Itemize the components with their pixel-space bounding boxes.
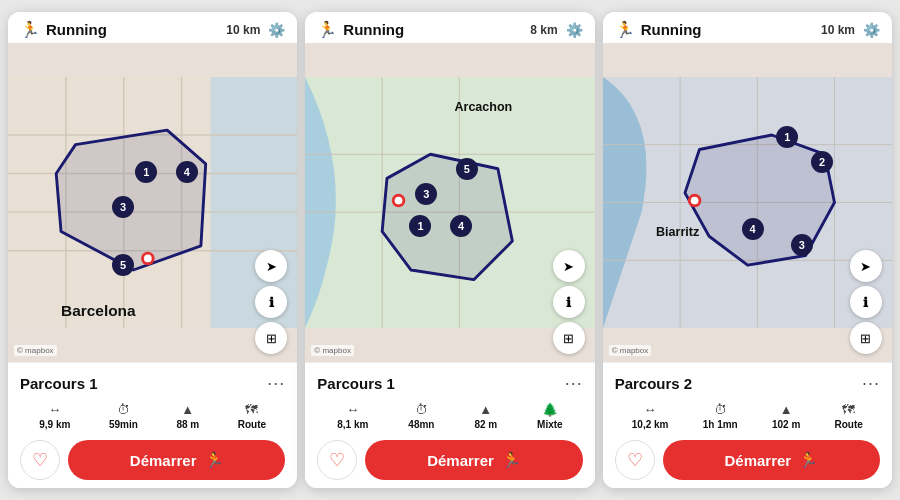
- stat-item-0: ↔ 8,1 km: [337, 402, 368, 430]
- stat-item-1: ⏱ 48mn: [408, 402, 434, 430]
- start-label: Démarrer: [427, 452, 494, 469]
- stat-item-2: ▲ 88 m: [176, 402, 199, 430]
- course-header: Parcours 1 ···: [317, 373, 582, 394]
- route-marker-4: 4: [176, 161, 198, 183]
- layers-icon: ⊞: [563, 331, 574, 346]
- stat-icon-0: ↔: [48, 402, 61, 417]
- stat-icon-3: 🗺: [245, 402, 258, 417]
- filter-icon[interactable]: ⚙️: [863, 22, 880, 38]
- action-row: ♡ Démarrer 🏃: [20, 440, 285, 480]
- layers-icon: ⊞: [266, 331, 277, 346]
- phone-card-3: 🏃 Running 10 km ⚙️ Biarritz: [603, 12, 892, 488]
- stat-item-1: ⏱ 1h 1mn: [703, 402, 738, 430]
- stat-item-2: ▲ 102 m: [772, 402, 800, 430]
- favorite-button[interactable]: ♡: [615, 440, 655, 480]
- navigate-button[interactable]: ➤: [553, 250, 585, 282]
- info-button[interactable]: ℹ: [850, 286, 882, 318]
- stat-item-1: ⏱ 59min: [109, 402, 138, 430]
- stat-icon-2: ▲: [181, 402, 194, 417]
- navigate-icon: ➤: [563, 259, 574, 274]
- stat-icon-3: 🌲: [542, 402, 558, 417]
- app-header: 🏃 Running 10 km ⚙️: [8, 12, 297, 43]
- svg-text:Arcachon: Arcachon: [455, 100, 513, 114]
- course-header: Parcours 2 ···: [615, 373, 880, 394]
- bottom-panel: Parcours 1 ··· ↔ 9,9 km ⏱ 59min ▲: [8, 362, 297, 488]
- info-icon: ℹ: [269, 295, 274, 310]
- stat-value-0: 10,2 km: [632, 419, 669, 430]
- start-runner-icon: 🏃: [799, 451, 818, 469]
- favorite-button[interactable]: ♡: [317, 440, 357, 480]
- info-icon: ℹ: [863, 295, 868, 310]
- app-header: 🏃 Running 8 km ⚙️: [305, 12, 594, 43]
- filter-icon[interactable]: ⚙️: [268, 22, 285, 38]
- stat-item-3: 🌲 Mixte: [537, 402, 563, 430]
- course-name: Parcours 1: [317, 375, 395, 392]
- stat-item-0: ↔ 10,2 km: [632, 402, 669, 430]
- stat-value-0: 8,1 km: [337, 419, 368, 430]
- stat-item-3: 🗺 Route: [835, 402, 863, 430]
- stat-icon-1: ⏱: [714, 402, 727, 417]
- action-row: ♡ Démarrer 🏃: [615, 440, 880, 480]
- running-icon: 🏃: [20, 20, 40, 39]
- stat-icon-2: ▲: [479, 402, 492, 417]
- stat-value-3: Route: [835, 419, 863, 430]
- svg-text:Biarritz: Biarritz: [656, 225, 699, 239]
- svg-text:Barcelona: Barcelona: [61, 302, 136, 319]
- phone-card-2: 🏃 Running 8 km ⚙️ Arcachon 1: [305, 12, 594, 488]
- action-row: ♡ Démarrer 🏃: [317, 440, 582, 480]
- map-area: Biarritz 1 2 4 3 ➤: [603, 43, 892, 362]
- stat-icon-0: ↔: [346, 402, 359, 417]
- header-right: 10 km ⚙️: [821, 22, 880, 38]
- stats-row: ↔ 10,2 km ⏱ 1h 1mn ▲ 102 m 🗺: [615, 402, 880, 430]
- filter-icon[interactable]: ⚙️: [566, 22, 583, 38]
- stat-item-0: ↔ 9,9 km: [39, 402, 70, 430]
- start-button[interactable]: Démarrer 🏃: [68, 440, 285, 480]
- svg-point-21: [395, 197, 403, 205]
- stat-item-3: 🗺 Route: [238, 402, 266, 430]
- navigate-button[interactable]: ➤: [850, 250, 882, 282]
- start-runner-icon: 🏃: [502, 451, 521, 469]
- more-options-button[interactable]: ···: [267, 373, 285, 394]
- stats-row: ↔ 8,1 km ⏱ 48mn ▲ 82 m 🌲: [317, 402, 582, 430]
- running-icon: 🏃: [615, 20, 635, 39]
- phone-card-1: 🏃 Running 10 km ⚙️ Barcelona: [8, 12, 297, 488]
- route-marker-4: 4: [742, 218, 764, 240]
- stat-value-2: 82 m: [474, 419, 497, 430]
- start-label: Démarrer: [130, 452, 197, 469]
- course-header: Parcours 1 ···: [20, 373, 285, 394]
- stat-value-3: Route: [238, 419, 266, 430]
- mapbox-attribution: © mapbox: [311, 345, 354, 356]
- stat-value-1: 59min: [109, 419, 138, 430]
- distance-badge: 10 km: [821, 23, 855, 37]
- course-name: Parcours 1: [20, 375, 98, 392]
- stat-value-2: 88 m: [176, 419, 199, 430]
- stat-value-2: 102 m: [772, 419, 800, 430]
- map-area: Arcachon 1 5 3 4 ➤: [305, 43, 594, 362]
- app-title: Running: [641, 21, 702, 38]
- mapbox-attribution: © mapbox: [609, 345, 652, 356]
- layers-button[interactable]: ⊞: [850, 322, 882, 354]
- start-runner-icon: 🏃: [205, 451, 224, 469]
- route-marker-3: 3: [791, 234, 813, 256]
- more-options-button[interactable]: ···: [862, 373, 880, 394]
- stat-icon-3: 🗺: [842, 402, 855, 417]
- route-marker-5: 5: [456, 158, 478, 180]
- course-name: Parcours 2: [615, 375, 693, 392]
- distance-badge: 8 km: [530, 23, 557, 37]
- running-icon: 🏃: [317, 20, 337, 39]
- map-area: Barcelona 1 4 3 5 ➤: [8, 43, 297, 362]
- svg-point-12: [144, 255, 152, 263]
- info-icon: ℹ: [566, 295, 571, 310]
- start-button[interactable]: Démarrer 🏃: [365, 440, 582, 480]
- favorite-button[interactable]: ♡: [20, 440, 60, 480]
- layers-button[interactable]: ⊞: [553, 322, 585, 354]
- navigate-icon: ➤: [266, 259, 277, 274]
- app-title: Running: [46, 21, 107, 38]
- more-options-button[interactable]: ···: [565, 373, 583, 394]
- header-right: 8 km ⚙️: [530, 22, 582, 38]
- info-button[interactable]: ℹ: [553, 286, 585, 318]
- start-button[interactable]: Démarrer 🏃: [663, 440, 880, 480]
- svg-point-32: [690, 197, 698, 205]
- stat-value-0: 9,9 km: [39, 419, 70, 430]
- stat-value-3: Mixte: [537, 419, 563, 430]
